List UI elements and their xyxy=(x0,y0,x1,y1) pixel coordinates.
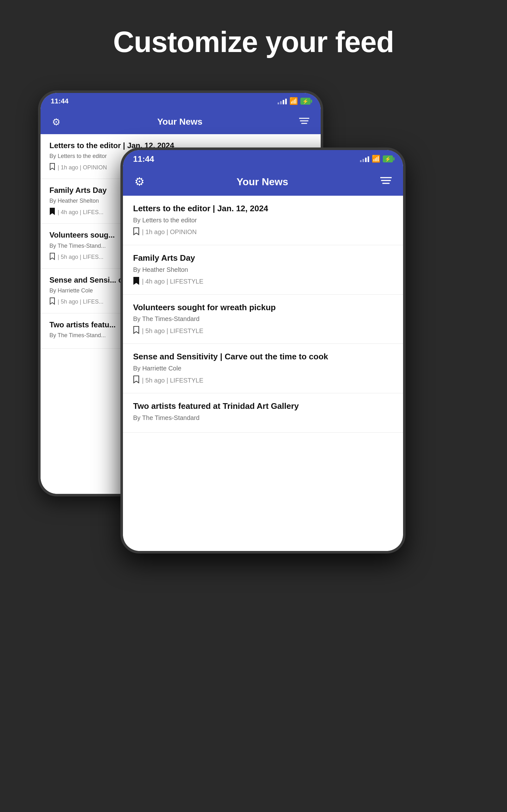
signal-bar-2 xyxy=(280,101,282,104)
app-title-back: Your News xyxy=(157,117,203,127)
status-bar-back: 11:44 📶 ⚡ xyxy=(41,93,321,109)
bookmark-icon-back-2[interactable] xyxy=(49,252,55,262)
bookmark-icon-front-0[interactable] xyxy=(133,227,139,237)
status-time-front: 11:44 xyxy=(133,154,154,164)
news-title-front-1: Family Arts Day xyxy=(133,253,393,264)
news-author-front-4: By The Times-Standard xyxy=(133,414,393,421)
news-title-front-0: Letters to the editor | Jan. 12, 2024 xyxy=(133,203,393,214)
signal-bar-1 xyxy=(278,102,279,104)
battery-label-front: ⚡ xyxy=(385,156,391,162)
news-author-front-3: By Harriette Cole xyxy=(133,365,393,372)
bookmark-icon-back-1[interactable] xyxy=(49,207,55,217)
news-meta-front-1: | 4h ago | LIFESTYLE xyxy=(133,276,393,287)
page-title: Customize your feed xyxy=(113,26,394,59)
news-item-front-4[interactable]: Two artists featured at Trinidad Art Gal… xyxy=(123,393,403,433)
news-author-front-2: By The Times-Standard xyxy=(133,315,393,322)
bookmark-icon-back-3[interactable] xyxy=(49,297,55,307)
news-item-front-1[interactable]: Family Arts Day By Heather Shelton | 4h … xyxy=(123,245,403,295)
status-bar-front: 11:44 📶 ⚡ xyxy=(123,150,403,168)
wifi-icon-back: 📶 xyxy=(289,97,298,105)
news-time-back-0: | 1h ago | OPINION xyxy=(58,164,107,171)
bookmark-icon-front-1[interactable] xyxy=(133,276,139,287)
wifi-icon-front: 📶 xyxy=(372,155,380,163)
app-header-front: ⚙ Your News xyxy=(123,168,403,196)
filter-icon-back[interactable] xyxy=(299,116,309,128)
signal-bar-f4 xyxy=(368,156,369,162)
battery-icon-back: ⚡ xyxy=(300,98,311,105)
news-time-front-1: | 4h ago | LIFESTYLE xyxy=(142,278,204,285)
bookmark-icon-front-2[interactable] xyxy=(133,326,139,336)
filter-icon-front[interactable] xyxy=(380,176,392,188)
news-feed-front: Letters to the editor | Jan. 12, 2024 By… xyxy=(123,196,403,551)
news-title-front-4: Two artists featured at Trinidad Art Gal… xyxy=(133,401,393,412)
news-item-front-0[interactable]: Letters to the editor | Jan. 12, 2024 By… xyxy=(123,196,403,245)
news-meta-front-0: | 1h ago | OPINION xyxy=(133,227,393,237)
status-icons-front: 📶 ⚡ xyxy=(360,155,393,163)
news-time-front-2: | 5h ago | LIFESTYLE xyxy=(142,327,204,335)
signal-icon-back xyxy=(278,98,287,104)
gear-icon-front[interactable]: ⚙ xyxy=(134,175,145,189)
signal-bar-f1 xyxy=(360,160,361,162)
bookmark-icon-front-3[interactable] xyxy=(133,375,139,386)
signal-bar-3 xyxy=(283,100,284,104)
bookmark-icon-back-0[interactable] xyxy=(49,163,55,172)
signal-bar-4 xyxy=(285,99,287,104)
news-meta-front-3: | 5h ago | LIFESTYLE xyxy=(133,375,393,386)
gear-icon-back[interactable]: ⚙ xyxy=(52,116,60,128)
news-time-front-3: | 5h ago | LIFESTYLE xyxy=(142,377,204,384)
news-item-front-2[interactable]: Volunteers sought for wreath pickup By T… xyxy=(123,295,403,344)
news-time-back-2: | 5h ago | LIFES... xyxy=(58,254,103,260)
app-title-front: Your News xyxy=(237,176,288,188)
signal-bar-f3 xyxy=(365,158,367,162)
status-icons-back: 📶 ⚡ xyxy=(278,97,311,105)
news-item-front-3[interactable]: Sense and Sensitivity | Carve out the ti… xyxy=(123,344,403,393)
news-time-front-0: | 1h ago | OPINION xyxy=(142,229,197,236)
news-meta-front-2: | 5h ago | LIFESTYLE xyxy=(133,326,393,336)
tablet-front: 11:44 📶 ⚡ ⚙ Your News xyxy=(120,148,406,554)
news-time-back-3: | 5h ago | LIFES... xyxy=(58,299,103,305)
signal-icon-front xyxy=(360,156,369,162)
news-time-back-1: | 4h ago | LIFES... xyxy=(58,209,103,216)
signal-bar-f2 xyxy=(362,159,364,162)
tablets-container: 11:44 📶 ⚡ ⚙ Your News xyxy=(32,84,475,750)
battery-icon-front: ⚡ xyxy=(383,155,393,162)
news-author-front-1: By Heather Shelton xyxy=(133,266,393,273)
news-title-front-3: Sense and Sensitivity | Carve out the ti… xyxy=(133,351,393,362)
tablet-front-screen: 11:44 📶 ⚡ ⚙ Your News xyxy=(123,150,403,551)
news-title-front-2: Volunteers sought for wreath pickup xyxy=(133,302,393,313)
status-time-back: 11:44 xyxy=(51,97,68,105)
battery-label-back: ⚡ xyxy=(302,98,308,104)
news-author-front-0: By Letters to the editor xyxy=(133,217,393,224)
app-header-back: ⚙ Your News xyxy=(41,109,321,134)
